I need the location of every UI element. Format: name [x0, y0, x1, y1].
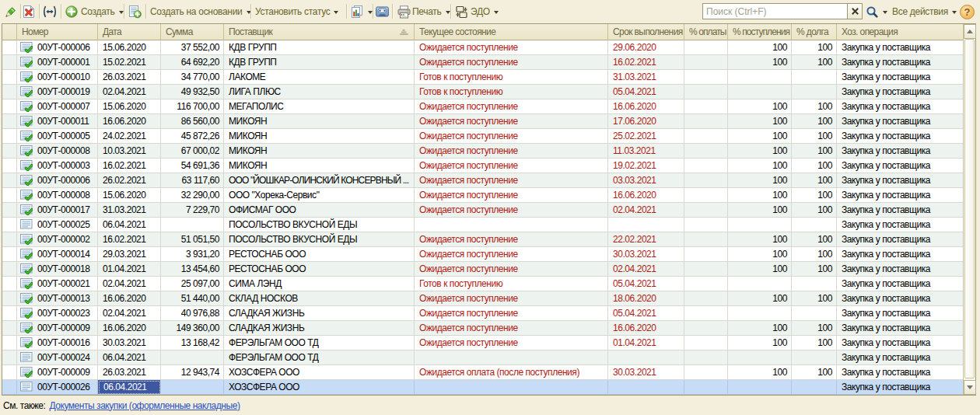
cell-date[interactable]: 26.03.2021 [98, 70, 161, 85]
cell-receipt-pct[interactable]: 100 [728, 40, 792, 55]
cell-receipt-pct[interactable] [728, 380, 792, 395]
cell-receipt-pct[interactable]: 100 [728, 321, 792, 336]
cell-due[interactable]: 05.04.2021 [608, 277, 684, 291]
cell-debt-pct[interactable]: 100 [792, 188, 837, 203]
cell-due[interactable]: 25.02.2021 [608, 129, 684, 144]
print-button[interactable]: Печать [397, 0, 450, 23]
cell-supplier[interactable]: ХОЗСФЕРА ООО [224, 380, 415, 395]
cell-supplier[interactable]: МИКОЯН [224, 129, 415, 144]
cell-debt-pct[interactable]: 100 [792, 114, 837, 129]
table-row[interactable]: 00УТ-00000916.06.2020149 360,00СЛАДКАЯ Ж… [2, 321, 963, 336]
table-row[interactable]: 00УТ-00000216.02.202151 051,50ПОСОЛЬСТВО… [2, 232, 963, 247]
cell-number[interactable]: 00УТ-000018 [17, 262, 98, 277]
cell-sum[interactable]: 64 692,20 [161, 55, 224, 70]
cell-due[interactable]: 02.04.2021 [608, 203, 684, 218]
cell-operation[interactable]: Закупка у поставщика [837, 55, 963, 70]
header-debt-pct[interactable]: % долга [792, 24, 837, 40]
table-row[interactable]: 00УТ-00000524.02.202145 872,26МИКОЯНОжид… [2, 129, 963, 144]
cell-number[interactable]: 00УТ-000001 [17, 55, 98, 70]
cell-sum[interactable]: 25 097,00 [161, 277, 224, 291]
cell-state[interactable]: Готов к поступлению [415, 85, 608, 99]
cell-operation[interactable]: Закупка у поставщика [837, 247, 963, 262]
cell-number[interactable]: 00УТ-000010 [17, 70, 98, 85]
cell-marker[interactable] [2, 306, 17, 321]
cell-supplier[interactable]: РЕСТОСНАБ ООО [224, 262, 415, 277]
focused-cell[interactable]: 06.04.2021 [98, 380, 161, 395]
header-number[interactable]: Номер [17, 24, 98, 40]
table-row[interactable]: 00УТ-00000815.06.202032 290,00ООО "Хорек… [2, 188, 963, 203]
cell-receipt-pct[interactable]: 100 [728, 203, 792, 218]
cell-receipt-pct[interactable] [728, 350, 792, 365]
cell-due[interactable] [608, 218, 684, 232]
cell-supplier[interactable]: ООО "ЙОШКАР-ОЛИНСКИЙ КОНСЕРВНЫЙ ... [224, 173, 415, 188]
cell-state[interactable]: Ожидается поступление [415, 144, 608, 159]
cell-pay-pct[interactable] [684, 159, 728, 173]
cell-sum[interactable]: 86 560,00 [161, 114, 224, 129]
create-button[interactable]: Создать [65, 0, 124, 23]
cell-marker[interactable] [2, 114, 17, 129]
table-row[interactable]: 00УТ-00000926.03.202112 943,74ХОЗСФЕРА О… [2, 365, 963, 380]
cell-pay-pct[interactable] [684, 218, 728, 232]
edit-button[interactable] [4, 0, 17, 23]
clear-search-button[interactable] [847, 3, 863, 19]
cell-pay-pct[interactable] [684, 306, 728, 321]
cell-sum[interactable]: 49 932,50 [161, 85, 224, 99]
cell-receipt-pct[interactable] [728, 218, 792, 232]
header-receipt-pct[interactable]: % поступления [728, 24, 792, 40]
cell-number[interactable]: 00УТ-000014 [17, 247, 98, 262]
cell-operation[interactable]: Закупка у поставщика [837, 85, 963, 99]
cell-sum[interactable]: 67 000,02 [161, 144, 224, 159]
cell-marker[interactable] [2, 291, 17, 306]
cell-pay-pct[interactable] [684, 70, 728, 85]
cell-operation[interactable]: Закупка у поставщика [837, 114, 963, 129]
cell-sum[interactable]: 116 700,00 [161, 99, 224, 114]
cell-debt-pct[interactable] [792, 350, 837, 365]
cell-marker[interactable] [2, 262, 17, 277]
cell-marker[interactable] [2, 365, 17, 380]
table-row[interactable]: 00УТ-00000715.06.2020116 700,00МЕГАПОЛИС… [2, 99, 963, 114]
reports-button[interactable] [350, 0, 373, 23]
cell-sum[interactable]: 51 440,00 [161, 291, 224, 306]
cell-date[interactable]: 02.04.2021 [98, 277, 161, 291]
cell-operation[interactable]: Закупка у поставщика [837, 380, 963, 395]
cell-date[interactable]: 06.04.2021 [98, 350, 161, 365]
cell-date[interactable]: 30.03.2021 [98, 336, 161, 350]
cell-receipt-pct[interactable]: 100 [728, 247, 792, 262]
cell-receipt-pct[interactable]: 100 [728, 336, 792, 350]
cell-due[interactable] [608, 380, 684, 395]
cell-sum[interactable] [161, 350, 224, 365]
cell-debt-pct[interactable] [792, 277, 837, 291]
cell-due[interactable]: 19.02.2021 [608, 159, 684, 173]
cell-number[interactable]: 00УТ-000007 [17, 99, 98, 114]
cell-operation[interactable]: Закупка у поставщика [837, 232, 963, 247]
table-row[interactable]: 00УТ-00002506.04.2021ПОСОЛЬСТВО ВКУСНОЙ … [2, 218, 963, 232]
cell-due[interactable]: 16.06.2020 [608, 188, 684, 203]
cell-marker[interactable] [2, 232, 17, 247]
cell-marker[interactable] [2, 188, 17, 203]
cell-operation[interactable]: Закупка у поставщика [837, 218, 963, 232]
cell-sum[interactable]: 37 552,00 [161, 40, 224, 55]
cell-sum[interactable]: 32 290,00 [161, 188, 224, 203]
cell-sum[interactable]: 40 976,88 [161, 306, 224, 321]
cell-supplier[interactable]: ОФИСМАГ ООО [224, 203, 415, 218]
cell-receipt-pct[interactable] [728, 306, 792, 321]
cell-supplier[interactable]: ХОЗСФЕРА ООО [224, 365, 415, 380]
cell-marker[interactable] [2, 218, 17, 232]
cell-receipt-pct[interactable] [728, 70, 792, 85]
cell-date[interactable]: 31.03.2021 [98, 203, 161, 218]
header-operation[interactable]: Хоз. операция [837, 24, 963, 40]
cell-state[interactable]: Ожидается поступление [415, 336, 608, 350]
cell-due[interactable]: 30.03.2021 [608, 247, 684, 262]
files-button[interactable] [376, 0, 389, 23]
cell-marker[interactable] [2, 55, 17, 70]
cell-receipt-pct[interactable]: 100 [728, 55, 792, 70]
cell-pay-pct[interactable] [684, 247, 728, 262]
all-actions-button[interactable]: Все действия [892, 0, 957, 23]
cell-debt-pct[interactable]: 100 [792, 129, 837, 144]
scroll-down-button[interactable] [964, 380, 976, 395]
cell-debt-pct[interactable] [792, 85, 837, 99]
cell-receipt-pct[interactable]: 100 [728, 129, 792, 144]
cell-pay-pct[interactable] [684, 291, 728, 306]
cell-number[interactable]: 00УТ-000025 [17, 218, 98, 232]
cell-supplier[interactable]: МИКОЯН [224, 114, 415, 129]
